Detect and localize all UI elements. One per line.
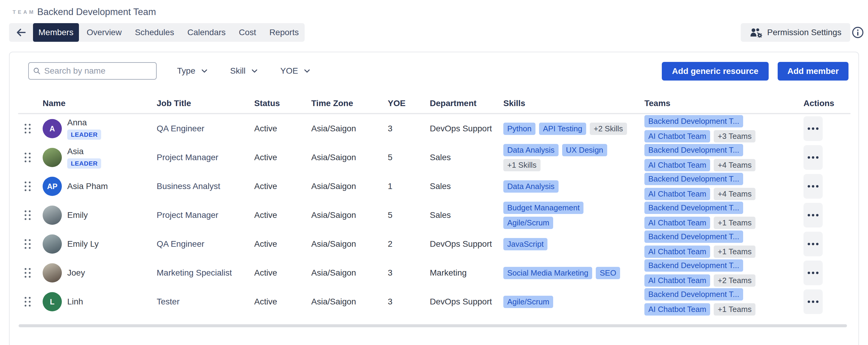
team-overflow-chip[interactable]: +2 Teams: [714, 275, 755, 287]
filter-type[interactable]: Type: [177, 62, 207, 80]
table-header-row: NameJob TitleStatusTime ZoneYOEDepartmen…: [19, 94, 850, 112]
drag-handle-icon[interactable]: [25, 297, 31, 307]
member-name: Asia Pham: [67, 181, 108, 191]
drag-handle-icon[interactable]: [25, 239, 31, 249]
skill-chip: Python: [503, 123, 535, 135]
ellipsis-icon: [816, 214, 818, 217]
team-chip-list: Backend Development T...AI Chatbot Team+…: [644, 288, 799, 316]
add-generic-resource-button[interactable]: Add generic resource: [662, 62, 769, 81]
member-name: Joey: [67, 268, 85, 278]
ellipsis-icon: [816, 272, 818, 274]
ellipsis-icon: [812, 127, 814, 130]
horizontal-scrollbar[interactable]: [19, 324, 847, 327]
skill-chip-list: Budget ManagementAgile/Scrum: [503, 202, 640, 229]
skill-chip: Social Media Marketing: [503, 267, 592, 279]
tab-overview[interactable]: Overview: [81, 23, 127, 42]
yoe-value: 2: [383, 239, 425, 249]
status-text: Active: [250, 297, 307, 307]
avatar-photo: [42, 234, 62, 254]
department: Sales: [425, 153, 499, 162]
team-overflow-chip[interactable]: +4 Teams: [714, 159, 755, 171]
job-title: Marketing Specialist: [152, 268, 250, 278]
skill-chip: Agile/Scrum: [503, 296, 553, 308]
skill-chip: Data Analysis: [503, 180, 559, 193]
filter-bar: TypeSkillYOE: [177, 62, 310, 80]
status-text: Active: [250, 124, 307, 134]
drag-handle-icon[interactable]: [25, 181, 31, 191]
tab-calendars[interactable]: Calendars: [182, 23, 231, 42]
header-time-zone: Time Zone: [307, 98, 383, 108]
team-chip-list: Backend Development T...AI Chatbot Team+…: [644, 259, 799, 287]
info-button[interactable]: [851, 26, 864, 39]
ellipsis-icon: [812, 272, 814, 274]
row-actions-button[interactable]: [803, 289, 823, 314]
team-chip: AI Chatbot Team: [644, 303, 710, 316]
yoe-value: 5: [383, 153, 425, 162]
team-chip: Backend Development T...: [644, 230, 743, 243]
skill-chip-list: Agile/Scrum: [503, 296, 640, 308]
permission-settings-button[interactable]: Permission Settings: [741, 23, 850, 42]
avatar-initials: AP: [42, 177, 62, 196]
filter-yoe[interactable]: YOE: [280, 62, 310, 80]
tab-members[interactable]: Members: [33, 23, 79, 42]
row-actions-button[interactable]: [803, 116, 823, 141]
yoe-value: 1: [383, 181, 425, 191]
row-actions-button[interactable]: [803, 174, 823, 199]
add-member-button[interactable]: Add member: [778, 62, 848, 81]
time-zone: Asia/Saigon: [307, 210, 383, 220]
row-actions-button[interactable]: [803, 261, 823, 285]
table-row: Emily LyQA EngineerActiveAsia/Saigon2Dev…: [19, 230, 850, 258]
search-input[interactable]: [44, 66, 152, 76]
search-icon: [33, 67, 40, 75]
filter-skill[interactable]: Skill: [230, 62, 257, 80]
member-name: Anna: [67, 118, 87, 127]
skill-overflow-chip[interactable]: +1 Skills: [503, 159, 540, 171]
tab-list: MembersOverviewSchedulesCalendarsCostRep…: [33, 23, 304, 42]
member-rows: AAnnaLEADERQA EngineerActiveAsia/Saigon3…: [19, 114, 850, 316]
ellipsis-icon: [808, 156, 810, 159]
ellipsis-icon: [816, 300, 818, 303]
skill-overflow-chip[interactable]: +2 Skills: [590, 123, 627, 135]
back-button[interactable]: [11, 23, 31, 42]
tab-cost[interactable]: Cost: [234, 23, 262, 42]
search-box[interactable]: [28, 62, 157, 80]
team-overflow-chip[interactable]: +4 Teams: [714, 188, 755, 200]
drag-handle-icon[interactable]: [25, 210, 31, 220]
tab-reports[interactable]: Reports: [264, 23, 304, 42]
ellipsis-icon: [808, 272, 810, 274]
skill-chip-list: Data Analysis: [503, 180, 640, 193]
team-chip: AI Chatbot Team: [644, 246, 710, 258]
team-overflow-chip[interactable]: +1 Teams: [714, 303, 755, 316]
time-zone: Asia/Saigon: [307, 268, 383, 278]
team-chip: AI Chatbot Team: [644, 275, 710, 287]
members-card: TypeSkillYOE Add generic resource Add me…: [9, 52, 859, 345]
drag-handle-icon[interactable]: [25, 153, 31, 162]
permission-settings-label: Permission Settings: [767, 28, 841, 37]
drag-handle-icon[interactable]: [25, 268, 31, 278]
team-overflow-chip[interactable]: +1 Teams: [714, 217, 755, 229]
team-chip: Backend Development T...: [644, 202, 743, 214]
yoe-value: 3: [383, 124, 425, 134]
team-chip-list: Backend Development T...AI Chatbot Team+…: [644, 202, 799, 229]
department: Sales: [425, 181, 499, 191]
skill-chip: JavaScript: [503, 238, 548, 250]
team-overflow-chip[interactable]: +1 Teams: [714, 246, 755, 258]
yoe-value: 3: [383, 268, 425, 278]
team-chip-list: Backend Development T...AI Chatbot Team+…: [644, 173, 799, 200]
department: DevOps Support: [425, 124, 499, 134]
skill-chip: UX Design: [562, 144, 607, 156]
header-name: Name: [38, 98, 152, 108]
row-actions-button[interactable]: [803, 232, 823, 256]
row-actions-button[interactable]: [803, 203, 823, 228]
ellipsis-icon: [812, 185, 814, 188]
team-overflow-chip[interactable]: +3 Teams: [714, 130, 755, 142]
avatar-photo: [42, 148, 62, 167]
table-row: EmilyProject ManagerActiveAsia/Saigon5Sa…: [19, 201, 850, 230]
job-title: Business Analyst: [152, 181, 250, 191]
time-zone: Asia/Saigon: [307, 124, 383, 134]
drag-handle-icon[interactable]: [25, 124, 31, 134]
tab-schedules[interactable]: Schedules: [129, 23, 180, 42]
team-chip: AI Chatbot Team: [644, 130, 710, 142]
row-actions-button[interactable]: [803, 145, 823, 170]
chevron-down-icon: [202, 69, 207, 73]
